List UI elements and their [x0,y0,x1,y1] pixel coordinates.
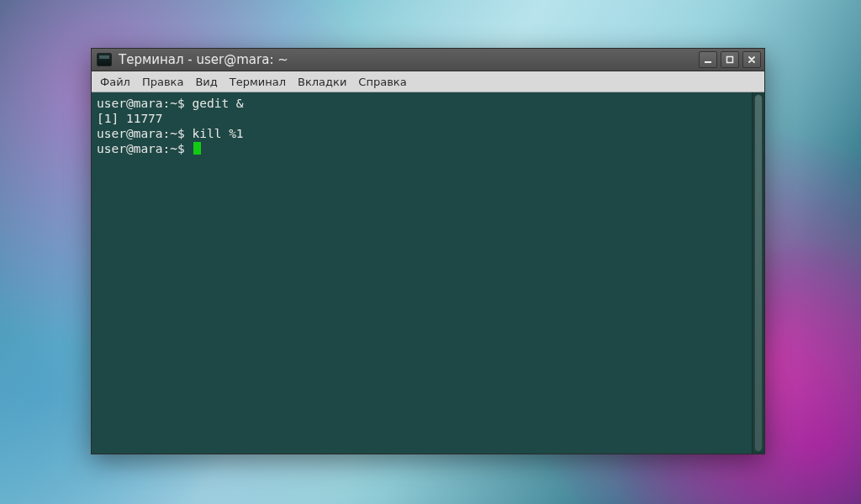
menu-file[interactable]: Файл [100,76,130,88]
svg-rect-1 [727,57,733,63]
scrollbar-thumb[interactable] [754,94,763,452]
terminal-line: user@mara:~$ gedit & [97,96,747,111]
window-title: Терминал - user@mara: ~ [119,52,288,67]
close-button[interactable] [742,51,761,68]
terminal-window: Терминал - user@mara: ~ Файл Правка Вид … [91,48,765,454]
terminal-line: user@mara:~$ kill %1 [97,126,747,141]
window-control-buttons [699,51,761,68]
svg-rect-0 [705,61,711,63]
terminal-cursor [193,142,201,155]
terminal-line: user@mara:~$ [97,141,747,156]
menubar: Файл Правка Вид Терминал Вкладки Справка [92,71,764,92]
menu-terminal[interactable]: Терминал [230,76,286,88]
terminal-line: [1] 11777 [97,111,747,126]
menu-help[interactable]: Справка [358,76,406,88]
menu-edit[interactable]: Правка [142,76,183,88]
menu-tabs[interactable]: Вкладки [298,76,346,88]
terminal-scrollbar[interactable] [752,92,764,454]
window-titlebar[interactable]: Терминал - user@mara: ~ [92,49,764,71]
menu-view[interactable]: Вид [195,76,217,88]
maximize-button[interactable] [721,51,739,68]
desktop-wallpaper: Терминал - user@mara: ~ Файл Правка Вид … [0,0,861,504]
terminal-app-icon [97,53,112,66]
terminal-output[interactable]: user@mara:~$ gedit &[1] 11777user@mara:~… [92,92,752,454]
minimize-button[interactable] [699,51,717,68]
terminal-area: user@mara:~$ gedit &[1] 11777user@mara:~… [92,92,764,454]
